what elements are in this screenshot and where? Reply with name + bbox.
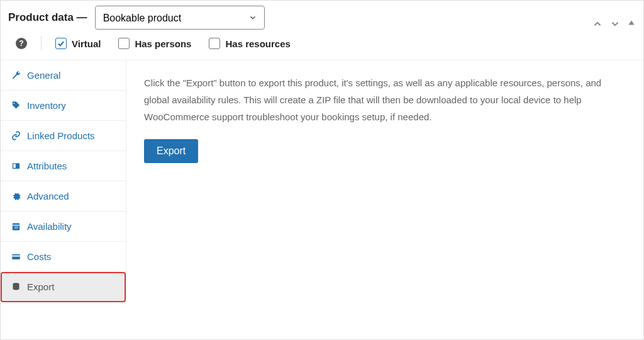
checkbox-box xyxy=(55,38,67,49)
gear-icon xyxy=(11,191,21,201)
has-persons-checkbox[interactable]: Has persons xyxy=(118,38,191,49)
sidebar: General Inventory Linked Products Attrib… xyxy=(1,60,126,302)
svg-rect-2 xyxy=(13,164,16,167)
panel-body: General Inventory Linked Products Attrib… xyxy=(1,60,643,302)
svg-rect-8 xyxy=(12,256,20,257)
calendar-icon: 10 xyxy=(11,222,21,231)
link-icon xyxy=(11,131,21,140)
layout-icon xyxy=(11,161,21,171)
tab-content-export: Click the "Export" button to export this… xyxy=(126,60,643,302)
tab-label: Costs xyxy=(27,251,51,262)
collapse-icon[interactable] xyxy=(627,18,636,30)
panel-toggle-controls xyxy=(592,18,636,30)
help-icon[interactable]: ? xyxy=(16,38,27,49)
tab-availability[interactable]: 10 Availability xyxy=(1,212,126,242)
tab-general[interactable]: General xyxy=(1,60,126,91)
tab-label: Advanced xyxy=(27,191,69,201)
tab-label: General xyxy=(27,70,60,81)
has-resources-checkbox[interactable]: Has resources xyxy=(209,38,290,49)
tab-inventory[interactable]: Inventory xyxy=(1,91,126,121)
svg-text:10: 10 xyxy=(14,225,18,229)
checkbox-box xyxy=(118,38,130,49)
wrench-icon xyxy=(11,71,21,80)
tab-label: Linked Products xyxy=(27,130,95,141)
checkbox-box xyxy=(209,38,220,49)
tab-label: Export xyxy=(27,281,54,292)
tab-costs[interactable]: Costs xyxy=(1,242,126,272)
database-icon xyxy=(11,282,21,292)
product-data-panel: Product data — Bookable product ? xyxy=(0,0,644,340)
divider xyxy=(41,36,42,51)
tab-label: Attributes xyxy=(27,161,67,171)
virtual-checkbox[interactable]: Virtual xyxy=(55,38,101,49)
product-type-wrap: Bookable product xyxy=(95,6,265,30)
card-icon xyxy=(11,252,21,261)
move-up-icon[interactable] xyxy=(592,18,603,30)
tab-label: Inventory xyxy=(27,100,66,111)
product-type-select[interactable]: Bookable product xyxy=(95,6,265,30)
tab-advanced[interactable]: Advanced xyxy=(1,181,126,212)
tab-label: Availability xyxy=(27,221,72,232)
tab-attributes[interactable]: Attributes xyxy=(1,151,126,181)
tab-export[interactable]: Export xyxy=(1,272,126,302)
svg-rect-7 xyxy=(12,254,20,259)
tab-linked-products[interactable]: Linked Products xyxy=(1,121,126,151)
export-button[interactable]: Export xyxy=(144,139,198,163)
tag-icon xyxy=(11,101,21,110)
has-persons-label: Has persons xyxy=(135,38,191,49)
panel-header: Product data — Bookable product xyxy=(1,1,643,30)
options-row: ? Virtual Has persons Has resources xyxy=(1,30,643,60)
svg-marker-0 xyxy=(628,21,634,25)
has-resources-label: Has resources xyxy=(225,38,290,49)
move-down-icon[interactable] xyxy=(609,18,621,30)
virtual-label: Virtual xyxy=(72,38,101,49)
export-description: Click the "Export" button to export this… xyxy=(144,74,626,125)
panel-title: Product data — xyxy=(8,11,87,24)
